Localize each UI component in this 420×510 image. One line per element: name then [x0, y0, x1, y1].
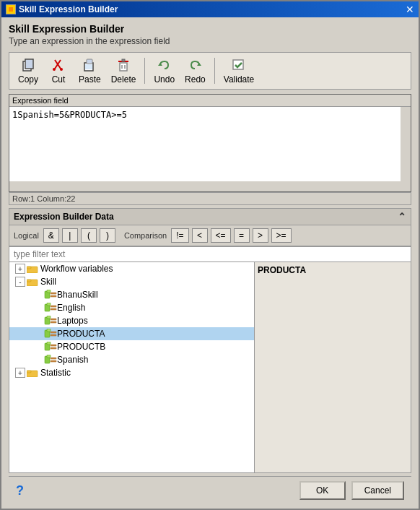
tree-item-producta[interactable]: PRODUCTA [9, 327, 254, 340]
expression-wrapper: Expression field [9, 94, 411, 192]
skill-expand-icon: - [15, 277, 25, 287]
op-neq-button[interactable]: != [171, 228, 188, 243]
validate-button[interactable]: Validate [221, 56, 257, 86]
expression-vscrollbar[interactable] [401, 107, 411, 181]
tree-label-spanish: Spanish [57, 355, 88, 365]
svg-rect-1 [9, 7, 13, 12]
tree-label-producta: PRODUCTA [57, 329, 105, 339]
statistic-expand-icon: + [15, 368, 25, 378]
tree-item-english[interactable]: English [9, 301, 254, 314]
expression-hscrollbar[interactable] [9, 181, 411, 191]
svg-rect-26 [51, 293, 56, 294]
copy-label: Copy [18, 74, 38, 85]
tree-and-detail: + Workflow variables - Skill BhanuSkill [9, 262, 411, 472]
validate-icon [231, 57, 247, 73]
tree-item-productb[interactable]: PRODUCTB [9, 340, 254, 353]
svg-rect-38 [51, 332, 56, 333]
comparison-label: Comparison [124, 231, 167, 240]
workflow-folder-icon [27, 264, 38, 273]
page-title: Skill Expression Builder [9, 23, 411, 35]
undo-label: Undo [154, 74, 175, 85]
copy-icon [20, 57, 36, 73]
op-lt-button[interactable]: < [192, 228, 208, 243]
collapse-icon[interactable]: ⌃ [398, 211, 406, 222]
window-content: Skill Expression Builder Type an express… [1, 17, 419, 509]
filter-input[interactable] [9, 247, 411, 262]
svg-rect-37 [47, 329, 51, 332]
svg-rect-30 [51, 306, 56, 307]
close-button[interactable]: ✕ [406, 4, 414, 14]
op-gt-button[interactable]: > [253, 228, 268, 243]
english-skill-icon [44, 303, 57, 313]
detail-panel: PRODUCTA [255, 262, 411, 472]
svg-marker-17 [158, 63, 162, 66]
tree-label-statistic: Statistic [40, 368, 71, 378]
help-button[interactable]: ? [16, 483, 24, 498]
op-eq-button[interactable]: = [234, 228, 250, 243]
svg-rect-42 [51, 345, 56, 346]
row-col-info: Row:1 Column:22 [9, 192, 411, 205]
cut-label: Cut [52, 74, 66, 85]
op-lparen-button[interactable]: ( [81, 228, 97, 243]
skill-folder-icon [27, 277, 38, 286]
svg-rect-23 [27, 280, 31, 282]
title-bar-left: Skill Expression Builder [6, 4, 118, 14]
redo-label: Redo [185, 74, 206, 85]
filter-and-tree: + Workflow variables - Skill BhanuSkill [9, 246, 411, 473]
window-icon [6, 4, 16, 14]
toolbar-separator-2 [214, 58, 215, 84]
svg-rect-11 [85, 64, 92, 69]
delete-icon [115, 57, 131, 73]
bhanuskill-skill-icon [44, 290, 57, 300]
delete-button[interactable]: Delete [108, 56, 139, 86]
redo-icon [187, 57, 203, 73]
ok-button[interactable]: OK [299, 481, 346, 500]
redo-button[interactable]: Redo [182, 56, 209, 86]
spanish-skill-icon [44, 355, 57, 365]
op-gte-button[interactable]: >= [271, 228, 292, 243]
svg-rect-33 [47, 316, 51, 319]
tree-item-spanish[interactable]: Spanish [9, 353, 254, 366]
svg-rect-21 [27, 267, 31, 269]
tree-item-bhanuskill[interactable]: BhanuSkill [9, 288, 254, 301]
workflow-expand-icon: + [15, 264, 25, 274]
title-bar: Skill Expression Builder ✕ [1, 1, 419, 17]
operators-section: Logical & | ( ) Comparison != < <= = > >… [9, 225, 411, 246]
tree-item-skill[interactable]: - Skill [9, 275, 254, 288]
productb-skill-icon [44, 342, 57, 352]
page-subtitle: Type an expression in the expression fie… [9, 36, 411, 46]
op-or-button[interactable]: | [62, 228, 78, 243]
builder-data-title: Expression Builder Data [14, 212, 114, 222]
svg-rect-27 [51, 295, 56, 297]
svg-rect-12 [120, 63, 127, 71]
tree-label-workflow: Workflow variables [40, 264, 113, 274]
bottom-bar: ? OK Cancel [9, 476, 411, 504]
builder-data-header: Expression Builder Data ⌃ [9, 208, 411, 225]
dialog-buttons: OK Cancel [299, 481, 404, 500]
op-lte-button[interactable]: <= [211, 228, 231, 243]
tree-item-laptops[interactable]: Laptops [9, 314, 254, 327]
tree-label-english: English [57, 303, 85, 313]
expression-field-label: Expression field [9, 95, 411, 107]
undo-button[interactable]: Undo [151, 56, 178, 86]
tree-item-statistic[interactable]: + Statistic [9, 366, 254, 379]
paste-button[interactable]: Paste [76, 56, 104, 86]
expression-textarea-wrap [9, 107, 411, 181]
svg-rect-14 [122, 59, 125, 61]
laptops-skill-icon [44, 316, 57, 326]
cancel-button[interactable]: Cancel [351, 481, 404, 500]
op-and-button[interactable]: & [43, 228, 59, 243]
svg-rect-41 [47, 342, 51, 345]
svg-rect-34 [51, 319, 56, 320]
tree-item-workflow[interactable]: + Workflow variables [9, 262, 254, 275]
filter-input-row [9, 247, 411, 262]
cut-button[interactable]: Cut [45, 56, 71, 86]
window-title: Skill Expression Builder [19, 4, 118, 14]
copy-button[interactable]: Copy [15, 56, 41, 86]
svg-rect-49 [27, 371, 31, 373]
expression-textarea[interactable] [9, 107, 411, 179]
svg-rect-10 [87, 59, 92, 64]
svg-rect-19 [233, 60, 243, 69]
op-rparen-button[interactable]: ) [100, 228, 115, 243]
toolbar-separator-1 [144, 58, 145, 84]
